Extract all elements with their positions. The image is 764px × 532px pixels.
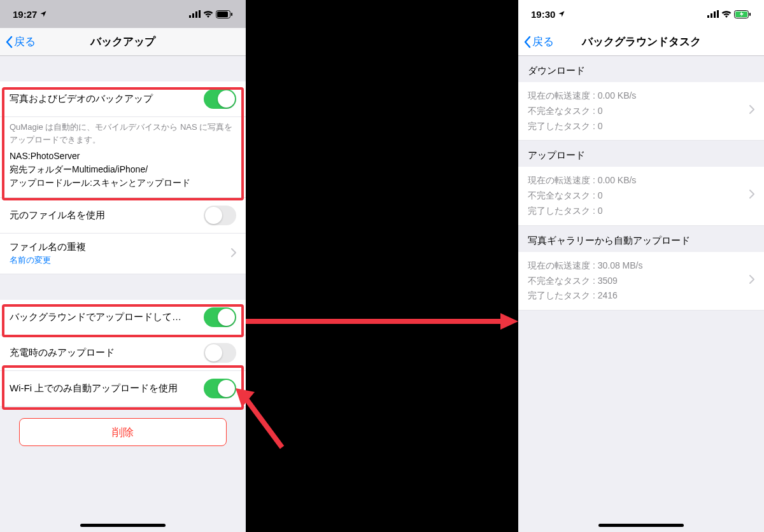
status-bar: 19:27 [0, 0, 246, 28]
svg-line-16 [246, 398, 282, 447]
download-status[interactable]: 現在の転送速度 : 0.00 KB/s 不完全なタスク : 0 完了したタスク … [518, 82, 764, 141]
backup-description: QuMagie は自動的に、モバイルデバイスから NAS に写真をアップロードで… [0, 117, 246, 198]
back-label: 戻る [532, 34, 554, 49]
toggle-charge[interactable] [204, 343, 236, 363]
toggle-background[interactable] [204, 307, 236, 327]
toggle-wifi[interactable] [204, 379, 236, 398]
row-wifi-label: Wi-Fi 上でのみ自動アップロードを使用 [10, 382, 204, 395]
status-time: 19:30 [531, 9, 555, 20]
svg-rect-9 [714, 11, 716, 18]
back-label: 戻る [14, 34, 36, 49]
svg-rect-6 [231, 13, 232, 16]
chevron-left-icon [523, 36, 531, 48]
section-download: ダウンロード [518, 56, 764, 82]
location-icon [558, 10, 565, 18]
chevron-left-icon [5, 36, 13, 48]
row-wifi-only[interactable]: Wi-Fi 上でのみ自動アップロードを使用 [0, 371, 246, 407]
back-button[interactable]: 戻る [523, 34, 554, 49]
upload-status[interactable]: 現在の転送速度 : 0.00 KB/s 不完全なタスク : 0 完了したタスク … [518, 167, 764, 225]
svg-marker-15 [500, 313, 518, 330]
svg-rect-10 [717, 10, 719, 18]
svg-rect-2 [195, 11, 197, 18]
annotation-arrow-1 [246, 312, 518, 331]
section-upload: アップロード [518, 141, 764, 167]
delete-label: 削除 [112, 425, 134, 440]
phone-right: 19:30 戻る バックグラウ [518, 0, 764, 532]
phone-left: 19:27 戻る バックアップ [0, 0, 246, 532]
svg-rect-1 [192, 13, 194, 18]
home-indicator [598, 524, 684, 527]
wifi-icon [721, 10, 732, 18]
row-background-upload[interactable]: バックグラウンドでアップロードして… [0, 300, 246, 335]
chevron-right-icon [749, 188, 754, 204]
row-dup-label: ファイル名の重複 [10, 241, 226, 253]
row-dup-sub: 名前の変更 [10, 255, 226, 266]
section-auto-upload: 写真ギャラリーから自動アップロード [518, 226, 764, 252]
chevron-right-icon [749, 104, 754, 119]
row-charge-label: 充電時のみアップロード [10, 347, 204, 359]
battery-icon [216, 10, 233, 18]
nav-bar: 戻る バックアップ [0, 28, 246, 56]
signal-icon [707, 10, 719, 18]
wifi-icon [203, 10, 213, 18]
status-bar: 19:30 [518, 0, 764, 28]
nav-title: バックアップ [90, 34, 155, 49]
chevron-right-icon [231, 248, 236, 259]
svg-rect-0 [189, 15, 191, 18]
row-backup-label: 写真およびビデオのバックアップ [10, 93, 204, 105]
row-backup[interactable]: 写真およびビデオのバックアップ [0, 81, 246, 117]
status-time: 19:27 [13, 9, 37, 20]
battery-charging-icon [734, 10, 751, 18]
toggle-origname[interactable] [204, 206, 236, 225]
annotation-arrow-2 [234, 387, 285, 451]
row-duplicate-filename[interactable]: ファイル名の重複 名前の変更 [0, 234, 246, 274]
toggle-backup[interactable] [204, 89, 236, 109]
svg-rect-3 [199, 10, 201, 18]
chevron-right-icon [749, 274, 754, 289]
signal-icon [189, 10, 201, 18]
delete-button[interactable]: 削除 [19, 418, 227, 446]
row-original-filename[interactable]: 元のファイル名を使用 [0, 198, 246, 234]
nav-title: バックグラウンドタスク [582, 34, 701, 49]
row-bg-label: バックグラウンドでアップロードして… [10, 311, 204, 323]
svg-rect-8 [711, 13, 712, 18]
auto-upload-status[interactable]: 現在の転送速度 : 30.08 MB/s 不完全なタスク : 3509 完了した… [518, 252, 764, 311]
row-charge-only[interactable]: 充電時のみアップロード [0, 335, 246, 371]
nav-bar: 戻る バックグラウンドタスク [518, 28, 764, 56]
back-button[interactable]: 戻る [5, 34, 36, 49]
location-icon [39, 10, 47, 18]
svg-rect-13 [749, 13, 751, 16]
row-origname-label: 元のファイル名を使用 [10, 209, 204, 221]
home-indicator [80, 524, 166, 527]
svg-rect-5 [217, 11, 228, 17]
svg-rect-7 [707, 15, 709, 18]
